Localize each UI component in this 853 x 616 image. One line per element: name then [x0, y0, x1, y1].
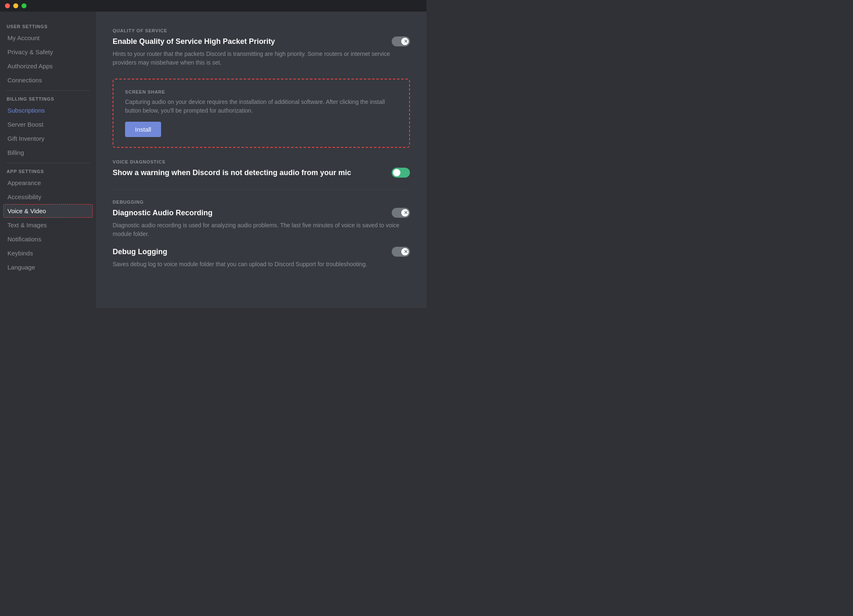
screen-share-label: SCREEN SHARE: [125, 89, 398, 94]
titlebar: [0, 0, 426, 12]
qos-desc: Hints to your router that the packets Di…: [113, 50, 410, 67]
app-container: USER SETTINGS My Account Privacy & Safet…: [0, 12, 426, 308]
sidebar-item-label: Privacy & Safety: [7, 48, 53, 55]
sidebar-item-label: Accessibility: [7, 193, 41, 200]
toggle-x-icon-2: ✕: [404, 210, 408, 216]
sidebar-item-my-account[interactable]: My Account: [3, 31, 93, 45]
debug-audio-title: Diagnostic Audio Recording: [113, 209, 392, 217]
install-button[interactable]: Install: [125, 122, 161, 137]
sidebar-item-authorized-apps[interactable]: Authorized Apps: [3, 59, 93, 73]
voice-diag-row: Show a warning when Discord is not detec…: [113, 168, 410, 178]
voice-diag-block: VOICE DIAGNOSTICS Show a warning when Di…: [113, 159, 410, 178]
toggle-x-icon: ✕: [404, 38, 408, 44]
sidebar-item-label: Authorized Apps: [7, 63, 53, 70]
sidebar-item-label: Gift Inventory: [7, 135, 44, 142]
close-button[interactable]: [5, 3, 10, 8]
sidebar-item-subscriptions[interactable]: Subscriptions: [3, 103, 93, 117]
debug-log-row: Debug Logging ✕: [113, 247, 410, 257]
sidebar: USER SETTINGS My Account Privacy & Safet…: [0, 12, 96, 308]
debugging-section-label: DEBUGGING: [113, 200, 410, 205]
sidebar-item-label: Billing: [7, 149, 24, 156]
sidebar-item-label: Server Boost: [7, 121, 43, 128]
sidebar-item-label: Connections: [7, 77, 42, 84]
sidebar-item-notifications[interactable]: Notifications: [3, 232, 93, 246]
divider-1: [113, 189, 410, 190]
app-settings-header: APP SETTINGS: [3, 166, 93, 176]
qos-setting-row: Enable Quality of Service High Packet Pr…: [113, 36, 410, 46]
sidebar-item-label: My Account: [7, 34, 40, 41]
maximize-button[interactable]: [22, 3, 27, 8]
sidebar-item-label: Text & Images: [7, 221, 47, 229]
qos-toggle[interactable]: ✕: [392, 36, 410, 46]
qos-section-label: QUALITY OF SERVICE: [113, 28, 410, 33]
voice-diag-section-label: VOICE DIAGNOSTICS: [113, 159, 410, 164]
debug-audio-toggle[interactable]: ✕: [392, 208, 410, 218]
sidebar-item-privacy-safety[interactable]: Privacy & Safety: [3, 45, 93, 59]
sidebar-divider-2: [7, 163, 89, 163]
minimize-button[interactable]: [13, 3, 18, 8]
qos-block: QUALITY OF SERVICE Enable Quality of Ser…: [113, 28, 410, 67]
sidebar-item-billing[interactable]: Billing: [3, 146, 93, 159]
sidebar-divider-1: [7, 90, 89, 91]
debug-log-title: Debug Logging: [113, 248, 392, 256]
user-settings-header: USER SETTINGS: [3, 22, 93, 31]
sidebar-item-connections[interactable]: Connections: [3, 73, 93, 87]
qos-title: Enable Quality of Service High Packet Pr…: [113, 37, 392, 46]
sidebar-item-label: Appearance: [7, 179, 41, 186]
voice-diag-toggle[interactable]: ✓: [392, 168, 410, 178]
debug-audio-desc: Diagnostic audio recording is used for a…: [113, 221, 410, 238]
screen-share-desc: Capturing audio on your device requires …: [125, 98, 398, 115]
debug-audio-row: Diagnostic Audio Recording ✕: [113, 208, 410, 218]
sidebar-item-voice-video[interactable]: Voice & Video: [3, 204, 93, 218]
screen-share-box: SCREEN SHARE Capturing audio on your dev…: [113, 79, 410, 148]
sidebar-item-label: Voice & Video: [7, 207, 46, 214]
sidebar-item-accessibility[interactable]: Accessibility: [3, 190, 93, 204]
sidebar-item-text-images[interactable]: Text & Images: [3, 218, 93, 232]
sidebar-item-label: Subscriptions: [7, 107, 45, 114]
debug-log-desc: Saves debug log to voice module folder t…: [113, 260, 410, 269]
toggle-x-icon-3: ✕: [404, 249, 408, 255]
billing-settings-header: BILLING SETTINGS: [3, 94, 93, 103]
sidebar-item-label: Language: [7, 264, 35, 271]
sidebar-item-server-boost[interactable]: Server Boost: [3, 118, 93, 131]
main-content: QUALITY OF SERVICE Enable Quality of Ser…: [96, 12, 426, 308]
sidebar-item-appearance[interactable]: Appearance: [3, 176, 93, 190]
debug-block: DEBUGGING Diagnostic Audio Recording ✕ D…: [113, 200, 410, 269]
sidebar-item-label: Notifications: [7, 236, 41, 243]
sidebar-item-gift-inventory[interactable]: Gift Inventory: [3, 132, 93, 145]
debug-log-toggle[interactable]: ✕: [392, 247, 410, 257]
sidebar-item-label: Keybinds: [7, 250, 33, 257]
sidebar-item-language[interactable]: Language: [3, 260, 93, 274]
toggle-check-icon: ✓: [394, 170, 398, 176]
voice-diag-title: Show a warning when Discord is not detec…: [113, 168, 392, 177]
sidebar-item-keybinds[interactable]: Keybinds: [3, 246, 93, 260]
